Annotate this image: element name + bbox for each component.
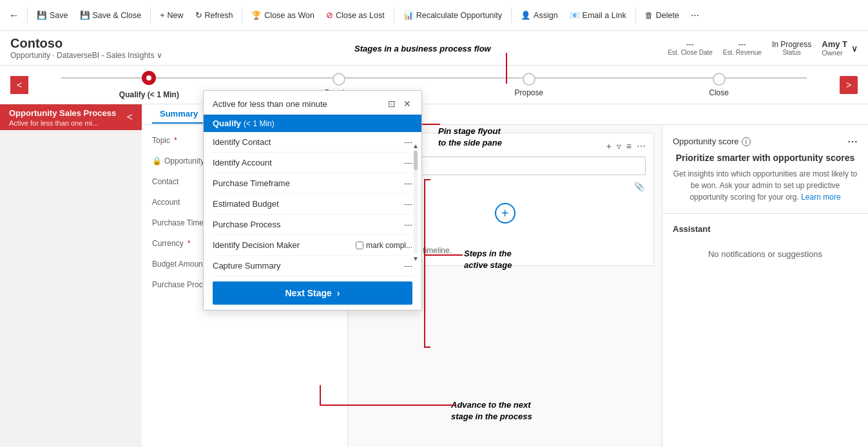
flyout-step-list: Identify Contact --- Identify Account --… — [204, 132, 421, 276]
process-sidebar-collapse[interactable]: < — [127, 111, 133, 123]
step-purchase-process: Purchase Process --- — [213, 214, 412, 235]
more-options-button[interactable]: ⋯ — [686, 8, 704, 23]
lock-icon: 🔒 — [152, 157, 162, 166]
record-title: Contoso — [10, 36, 162, 51]
ann-steps-top — [424, 179, 430, 180]
close-won-button[interactable]: 🏆 Close as Won — [246, 8, 320, 23]
stage-label-close: Close — [709, 88, 729, 97]
list-view-button[interactable]: ≡ — [626, 141, 632, 151]
refresh-icon: ↻ — [195, 10, 202, 20]
process-stages: Qualify (< 1 Min) Develop Propose Close — [28, 71, 840, 99]
right-panel: Opportunity score i ⋯ Prioritize smarter… — [662, 125, 868, 447]
tab-summary[interactable]: Summary — [152, 105, 206, 124]
email-icon: 📧 — [570, 10, 580, 20]
stage-circle-develop — [333, 73, 345, 86]
ann-steps-vert — [424, 180, 425, 348]
stage-close[interactable]: Close — [624, 73, 814, 97]
scroll-up-button[interactable]: ▲ — [412, 142, 419, 149]
back-button[interactable]: ← — [5, 7, 23, 24]
annotation-next: Advance to the nextstage in the process — [451, 399, 532, 423]
est-revenue-field: --- Est. Revenue — [723, 40, 762, 56]
flyout-pin-button[interactable]: ⊡ — [387, 97, 397, 110]
recalculate-button[interactable]: 📊 Recalculate Opportunity — [398, 8, 507, 23]
owner-name[interactable]: Amy T — [822, 39, 847, 49]
learn-more-link[interactable]: Learn more — [801, 193, 840, 202]
assign-icon: 👤 — [521, 10, 531, 20]
close-lost-icon: ⊘ — [326, 10, 333, 20]
add-activity-button[interactable]: + — [606, 141, 612, 151]
save-close-icon: 💾 — [80, 10, 90, 20]
more-activity-button[interactable]: ⋯ — [637, 141, 646, 151]
decision-maker-checkbox[interactable] — [356, 242, 363, 249]
scroll-down-button[interactable]: ▼ — [412, 255, 419, 262]
score-more-button[interactable]: ⋯ — [847, 135, 858, 147]
assistant-title: Assistant — [673, 224, 858, 234]
process-bar: < Qualify (< 1 Min) Develop Propose — [0, 66, 868, 104]
score-card: Opportunity score i ⋯ Prioritize smarter… — [662, 125, 868, 214]
activity-actions: + ▿ ≡ ⋯ — [606, 141, 646, 151]
score-card-body: Prioritize smarter with opportunity scor… — [673, 153, 858, 163]
scroll-track[interactable] — [414, 151, 418, 254]
stage-propose[interactable]: Propose — [434, 73, 624, 97]
assistant-empty: No notifications or suggestions — [673, 239, 858, 269]
new-icon: + — [160, 11, 164, 20]
stage-circle-qualify — [142, 71, 156, 85]
score-card-text: Get insights into which opportunities ar… — [673, 168, 858, 203]
est-close-date-field: --- Est. Close Date — [668, 40, 712, 56]
save-icon: 💾 — [37, 10, 47, 20]
annotation-pin: Pin stage flyoutto the side pane — [438, 126, 502, 149]
flyout-stage-label: Qualify (< 1 Min) — [204, 115, 421, 132]
toolbar-divider-5 — [511, 8, 512, 23]
step-identify-account: Identify Account --- — [213, 153, 412, 173]
toolbar-divider-1 — [27, 8, 28, 23]
close-won-icon: 🏆 — [251, 10, 262, 20]
breadcrumb: Opportunity · DataverseBI - Sales Insigh… — [10, 51, 162, 60]
refresh-button[interactable]: ↻ Refresh — [190, 8, 238, 23]
recalculate-icon: 📊 — [403, 10, 414, 20]
flyout-close-button[interactable]: ✕ — [402, 97, 412, 110]
step-identify-contact: Identify Contact --- — [213, 132, 412, 153]
new-button[interactable]: + New — [155, 8, 188, 23]
score-card-title: Opportunity score i — [673, 137, 751, 146]
ann-steps-bot — [424, 347, 430, 348]
add-record-button[interactable]: + — [495, 203, 516, 224]
score-info-icon[interactable]: i — [742, 137, 751, 146]
close-icon: ✕ — [403, 99, 411, 109]
ann-next-vert — [320, 385, 321, 404]
assign-button[interactable]: 👤 Assign — [516, 8, 563, 23]
next-stage-button[interactable]: Next Stage › — [213, 281, 412, 305]
close-lost-button[interactable]: ⊘ Close as Lost — [321, 8, 390, 23]
save-close-button[interactable]: 💾 Save & Close — [75, 8, 147, 23]
status-field: In Progress Status — [772, 40, 811, 56]
header-fields: --- Est. Close Date --- Est. Revenue In … — [668, 39, 858, 57]
process-prev-button[interactable]: < — [10, 76, 28, 94]
step-identify-decision-maker: Identify Decision Maker mark compl... — [213, 235, 412, 256]
toolbar-divider-6 — [635, 8, 636, 23]
toolbar-divider-2 — [150, 8, 151, 23]
filter-activity-button[interactable]: ▿ — [617, 141, 621, 151]
owner-section: Amy T Owner ∨ — [822, 39, 858, 57]
stage-label-qualify: Qualify (< 1 Min) — [119, 90, 179, 99]
step-capture-summary: Capture Summary --- — [213, 256, 412, 276]
flyout-scrollbar: ▲ ▼ — [411, 142, 420, 262]
scroll-thumb — [414, 151, 418, 170]
record-info: Contoso Opportunity · DataverseBI - Sale… — [10, 36, 162, 60]
ann-next-horiz — [320, 404, 455, 406]
back-icon: ← — [9, 10, 19, 21]
process-sidebar-title: Opportunity Sales Process — [9, 108, 116, 118]
flyout-header-actions: ⊡ ✕ — [387, 97, 412, 110]
required-indicator-currency: * — [188, 239, 191, 248]
flyout-header: Active for less than one minute ⊡ ✕ — [204, 91, 421, 115]
process-next-button[interactable]: > — [840, 76, 858, 94]
delete-icon: 🗑 — [645, 11, 653, 20]
process-sidebar-subtitle: Active for less than one mi... — [9, 119, 116, 127]
delete-button[interactable]: 🗑 Delete — [640, 8, 684, 23]
toolbar-divider-3 — [242, 8, 242, 23]
stage-circle-propose — [523, 73, 535, 86]
email-link-button[interactable]: 📧 Email a Link — [564, 8, 632, 23]
attachment-icon: 📎 — [634, 182, 644, 191]
owner-chevron[interactable]: ∨ — [851, 43, 858, 53]
ann-steps-horiz — [425, 254, 463, 256]
save-button[interactable]: 💾 Save — [32, 8, 73, 23]
annotation-steps: Steps in theactive stage — [464, 248, 512, 271]
